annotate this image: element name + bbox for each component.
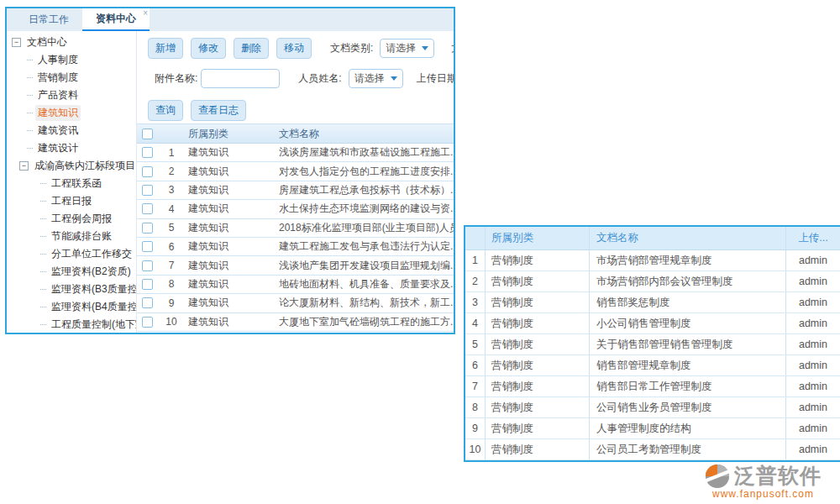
query-button[interactable]: 查询 — [148, 100, 183, 121]
collapse-icon[interactable] — [19, 161, 29, 171]
tree-item[interactable]: 工程质量控制(地下室) — [7, 316, 136, 333]
row-index: 10 — [465, 439, 486, 459]
tree-item[interactable]: 监理资料(B3质量控制) — [7, 281, 136, 298]
table-row[interactable]: 6 营销制度 销售部管理规章制度 admin — [465, 355, 840, 376]
tree-item[interactable]: 工程日报 — [7, 192, 136, 210]
row-checkbox[interactable] — [142, 166, 153, 177]
row-checkbox[interactable] — [142, 147, 153, 158]
table-row[interactable]: 5 营销制度 关于销售部管理销售管理制度 admin — [465, 334, 840, 355]
table-row[interactable]: 7 建筑知识 浅谈地产集团开发建设项目监理规划编... — [137, 256, 454, 275]
table-row[interactable]: 6 建筑知识 建筑工程施工发包与承包违法行为认定... — [137, 238, 454, 256]
row-docname: 水土保持生态环境监测网络的建设与资... — [277, 202, 454, 216]
add-button[interactable]: 新增 — [148, 38, 183, 59]
row-index: 4 — [158, 203, 185, 215]
select-all-checkbox[interactable] — [142, 129, 153, 139]
table-row[interactable]: 4 营销制度 小公司销售管理制度 admin — [465, 313, 840, 334]
tree-item[interactable]: 营销制度 — [7, 69, 136, 87]
row-category: 营销制度 — [486, 334, 590, 354]
row-checkbox[interactable] — [142, 279, 153, 290]
row-index: 4 — [465, 313, 486, 333]
screen: 日常工作 资料中心 × 文档中心 人事制度 营销 — [0, 0, 840, 504]
table-row[interactable]: 1 营销制度 市场营销部管理规章制度 admin — [465, 250, 840, 271]
table-header: 所属别类 文档名称 上传... — [465, 227, 840, 250]
row-index: 2 — [158, 165, 185, 177]
table-row[interactable]: 8 营销制度 公司销售业务员管理制度 admin — [465, 397, 840, 418]
table-row[interactable]: 10 建筑知识 大厦地下室加气砼墙砌筑工程的施工方... — [137, 313, 454, 332]
tree-item[interactable]: 建筑资讯 — [7, 122, 136, 139]
tree-root-document-center[interactable]: 文档中心 — [7, 34, 136, 51]
row-docname: 浅谈地产集团开发建设项目监理规划编... — [277, 259, 454, 273]
tree-item[interactable]: 工程例会周报 — [7, 210, 136, 228]
view-log-button[interactable]: 查看日志 — [191, 100, 246, 121]
tree-item[interactable]: 节能减排台账 — [7, 228, 136, 245]
delete-button[interactable]: 删除 — [234, 38, 269, 59]
close-icon[interactable]: × — [143, 9, 148, 18]
row-checkbox[interactable] — [142, 260, 153, 271]
row-category: 建筑知识 — [185, 145, 277, 160]
row-checkbox[interactable] — [142, 203, 153, 214]
document-list-area: 新增 修改 删除 移动 文档类别: 请选择 文档名称: 附件名称: 人员姓名: — [137, 31, 454, 333]
tree-item[interactable]: 监理资料(B2资质) — [7, 263, 136, 281]
index-column-header — [465, 227, 486, 249]
row-category: 营销制度 — [486, 355, 590, 375]
table-row[interactable]: 2 营销制度 市场营销部内部会议管理制度 admin — [465, 271, 840, 292]
row-docname: 浅谈房屋建筑和市政基础设施工程施工... — [277, 145, 454, 160]
category-column-header: 所属别类 — [185, 127, 277, 141]
row-docname: 销售部奖惩制度 — [590, 292, 786, 312]
tab-daily-work[interactable]: 日常工作 — [15, 8, 82, 31]
filter-row: 附件名称: 人员姓名: 请选择 上传日期 — [155, 69, 454, 88]
category-tree: 文档中心 人事制度 营销制度 产品资料 建筑知识 — [7, 31, 137, 333]
row-index: 3 — [465, 292, 486, 312]
tab-bar: 日常工作 资料中心 × — [7, 8, 454, 31]
row-uploader: admin — [786, 439, 840, 459]
table-row[interactable]: 1 建筑知识 浅谈房屋建筑和市政基础设施工程施工... — [137, 144, 454, 162]
person-name-select[interactable]: 请选择 — [349, 69, 403, 88]
table-row[interactable]: 7 营销制度 销售部日常工作管理制度 admin — [465, 376, 840, 397]
edit-button[interactable]: 修改 — [191, 38, 226, 59]
tree-item[interactable]: 人事制度 — [7, 51, 136, 69]
documents-table: 所属别类 文档名称 1 建筑知识 浅谈房屋建筑和市政基础设施工程施工... — [137, 123, 454, 332]
row-docname: 地砖地面材料、机具准备、质量要求及... — [277, 277, 454, 291]
logo-text: 泛普软件 — [734, 462, 822, 490]
tree-item[interactable]: 工程联系函 — [7, 175, 136, 192]
attachment-name-input[interactable] — [201, 69, 280, 88]
collapse-icon[interactable] — [12, 38, 21, 47]
move-button[interactable]: 移动 — [276, 38, 312, 59]
row-category: 营销制度 — [486, 292, 590, 312]
row-index: 3 — [158, 184, 185, 196]
row-index: 10 — [158, 316, 185, 328]
row-docname: 销售部日常工作管理制度 — [590, 376, 786, 396]
toolbar-row: 新增 修改 删除 移动 文档类别: 请选择 文档名称: — [148, 38, 454, 59]
tree-item[interactable]: 产品资料 — [7, 87, 136, 104]
table-row[interactable]: 9 营销制度 人事管理制度的结构 admin — [465, 418, 840, 439]
tree-item[interactable]: 监理资料(B4质量控制) — [7, 298, 136, 316]
row-checkbox[interactable] — [142, 223, 153, 234]
tree-item[interactable]: 分工单位工作移交 — [7, 245, 136, 263]
table-row[interactable]: 3 建筑知识 房屋建筑工程总承包投标书（技术标）... — [137, 181, 454, 200]
row-checkbox[interactable] — [142, 317, 153, 328]
table-row[interactable]: 5 建筑知识 2018标准化监理项目部(业主项目部)人员... — [137, 219, 454, 238]
docname-column-header: 文档名称 — [277, 127, 454, 141]
person-name-label: 人员姓名: — [298, 71, 341, 86]
tree-node-project[interactable]: 成渝高铁内江标段项目 — [7, 157, 136, 175]
table-row[interactable]: 2 建筑知识 对发包人指定分包的工程施工进度安排... — [137, 162, 454, 181]
row-checkbox[interactable] — [142, 185, 153, 196]
tree-item[interactable]: 建筑设计 — [7, 139, 136, 157]
table-row[interactable]: 10 营销制度 公司员工考勤管理制度 admin — [465, 439, 840, 460]
table-row[interactable]: 3 营销制度 销售部奖惩制度 admin — [465, 292, 840, 313]
fanpu-logo-icon — [705, 464, 730, 489]
doc-category-select[interactable]: 请选择 — [380, 39, 434, 58]
table-row[interactable]: 4 建筑知识 水土保持生态环境监测网络的建设与资... — [137, 200, 454, 218]
row-uploader: admin — [786, 418, 840, 438]
tree-item[interactable]: 建筑知识 — [7, 104, 136, 122]
tab-data-center[interactable]: 资料中心 × — [82, 8, 150, 31]
row-index: 1 — [465, 250, 486, 270]
row-checkbox[interactable] — [142, 297, 153, 308]
row-docname: 市场营销部管理规章制度 — [590, 250, 786, 270]
row-index: 9 — [158, 297, 185, 309]
row-checkbox[interactable] — [142, 241, 153, 252]
docname-column-header: 文档名称 — [590, 227, 786, 249]
row-docname: 公司员工考勤管理制度 — [590, 439, 786, 459]
table-row[interactable]: 8 建筑知识 地砖地面材料、机具准备、质量要求及... — [137, 276, 454, 294]
table-row[interactable]: 9 建筑知识 论大厦新材料、新结构、新技术，新工... — [137, 294, 454, 312]
